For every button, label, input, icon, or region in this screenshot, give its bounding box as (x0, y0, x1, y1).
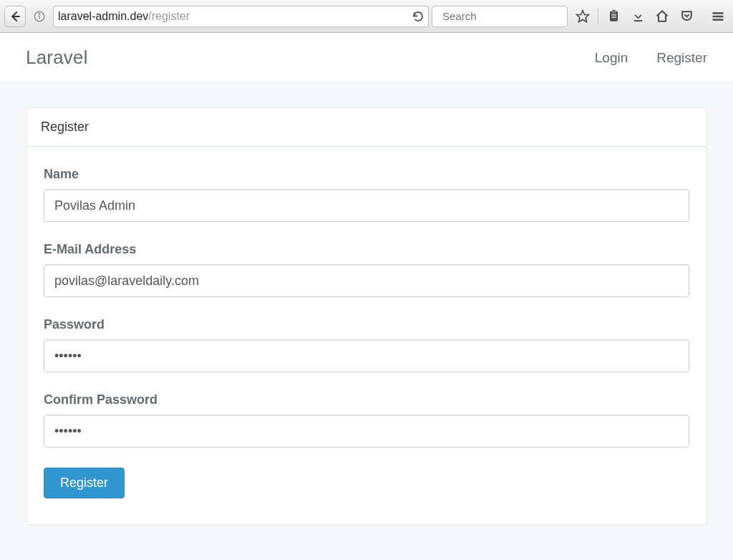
panel-body: Name E-Mail Address Password Confirm Pas… (26, 147, 707, 524)
identity-info-button[interactable] (29, 6, 50, 27)
clipboard-icon (607, 9, 621, 23)
browser-search-input[interactable] (442, 10, 578, 22)
name-label: Name (44, 167, 689, 182)
browser-search-bar[interactable] (432, 6, 568, 27)
nav-login-link[interactable]: Login (595, 50, 628, 66)
toolbar-separator (598, 9, 598, 24)
svg-rect-12 (634, 20, 641, 21)
svg-point-3 (39, 13, 39, 14)
register-button[interactable]: Register (44, 468, 125, 498)
back-arrow-icon (9, 10, 21, 23)
confirm-password-input[interactable] (44, 415, 689, 448)
url-text: laravel-admin.dev/register (58, 10, 408, 23)
bookmark-button[interactable] (572, 6, 593, 27)
info-icon (33, 10, 46, 23)
url-bar[interactable]: laravel-admin.dev/register (53, 6, 429, 27)
app-navbar: Laravel Login Register (0, 33, 733, 83)
panel-title: Register (26, 108, 707, 147)
downloads-button[interactable] (627, 6, 649, 27)
email-label: E-Mail Address (44, 242, 689, 257)
pocket-button[interactable] (676, 6, 697, 27)
browser-toolbar: laravel-admin.dev/register (0, 0, 733, 33)
password-input[interactable] (44, 339, 689, 372)
name-input[interactable] (44, 189, 689, 222)
svg-marker-6 (577, 10, 589, 21)
back-button[interactable] (4, 6, 26, 27)
form-group-confirm-password: Confirm Password (44, 392, 689, 448)
home-icon (655, 9, 669, 24)
svg-rect-15 (713, 19, 724, 21)
download-arrow-icon (631, 9, 645, 23)
svg-rect-13 (713, 12, 724, 14)
nav-register-link[interactable]: Register (656, 50, 707, 66)
form-group-password: Password (44, 317, 689, 372)
email-input[interactable] (44, 264, 689, 297)
register-panel: Register Name E-Mail Address Password Co… (26, 107, 707, 525)
clipboard-button[interactable] (603, 6, 624, 27)
reload-icon[interactable] (412, 11, 424, 22)
pocket-icon (680, 9, 694, 23)
svg-rect-11 (611, 17, 616, 18)
star-icon (576, 9, 590, 24)
svg-rect-8 (612, 10, 616, 12)
menu-button[interactable] (707, 6, 729, 27)
form-group-email: E-Mail Address (44, 242, 689, 297)
svg-rect-14 (713, 15, 724, 17)
svg-rect-9 (611, 14, 616, 14)
toolbar-icons (571, 6, 729, 27)
hamburger-icon (711, 9, 725, 24)
page-content: Register Name E-Mail Address Password Co… (0, 83, 733, 549)
confirm-password-label: Confirm Password (44, 392, 689, 407)
svg-rect-10 (611, 16, 616, 16)
brand-link[interactable]: Laravel (26, 47, 88, 69)
password-label: Password (44, 317, 689, 332)
home-button[interactable] (651, 6, 673, 27)
form-group-name: Name (44, 167, 689, 222)
nav-links: Login Register (595, 50, 707, 66)
